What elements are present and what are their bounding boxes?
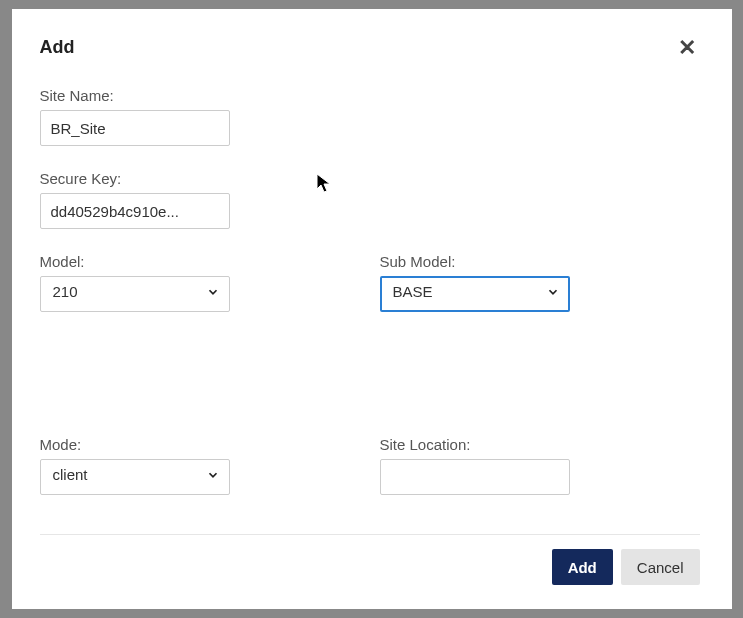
sub-model-select[interactable]: BASE <box>380 276 570 312</box>
form-body: Site Name: Secure Key: Model: 210 <box>40 87 700 534</box>
site-location-input[interactable] <box>380 459 570 495</box>
close-icon: ✕ <box>678 35 696 60</box>
close-button[interactable]: ✕ <box>674 37 700 59</box>
sub-model-label: Sub Model: <box>380 253 570 270</box>
model-select-wrap: 210 <box>40 276 230 312</box>
modal-footer: Add Cancel <box>40 534 700 585</box>
model-group: Model: 210 <box>40 253 230 312</box>
mode-select-wrap: client <box>40 459 230 495</box>
secure-key-group: Secure Key: <box>40 170 230 229</box>
modal-header: Add ✕ <box>40 37 700 59</box>
modal-title: Add <box>40 37 75 58</box>
cancel-button[interactable]: Cancel <box>621 549 700 585</box>
site-location-group: Site Location: <box>380 436 570 495</box>
mode-group: Mode: client <box>40 436 230 495</box>
model-label: Model: <box>40 253 230 270</box>
site-name-label: Site Name: <box>40 87 230 104</box>
mode-select[interactable]: client <box>40 459 230 495</box>
site-location-label: Site Location: <box>380 436 570 453</box>
mode-label: Mode: <box>40 436 230 453</box>
sub-model-select-wrap: BASE <box>380 276 570 312</box>
site-name-input[interactable] <box>40 110 230 146</box>
model-select[interactable]: 210 <box>40 276 230 312</box>
secure-key-label: Secure Key: <box>40 170 230 187</box>
add-button[interactable]: Add <box>552 549 613 585</box>
spacer <box>40 336 700 436</box>
sub-model-group: Sub Model: BASE <box>380 253 570 312</box>
secure-key-input[interactable] <box>40 193 230 229</box>
add-modal: Add ✕ Site Name: Secure Key: Model: 210 <box>12 9 732 609</box>
site-name-group: Site Name: <box>40 87 230 146</box>
